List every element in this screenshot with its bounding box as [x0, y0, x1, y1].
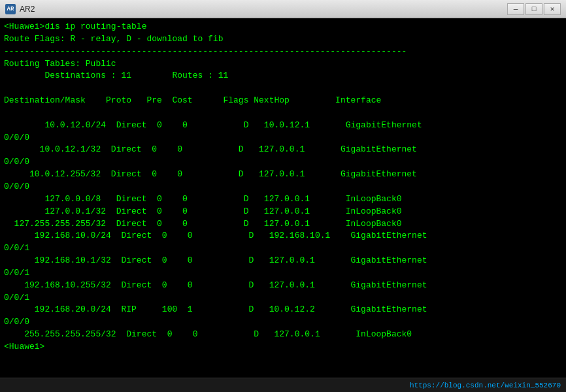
- minimize-button[interactable]: —: [507, 3, 524, 15]
- status-url: https://blog.csdn.net/weixin_552670: [410, 382, 561, 389]
- terminal-output: <Huawei>dis ip routing-table Route Flags…: [4, 21, 562, 353]
- status-bar: https://blog.csdn.net/weixin_552670: [0, 378, 566, 392]
- window-title: AR2: [20, 5, 507, 14]
- title-bar: AR AR2 — □ ✕: [0, 0, 566, 18]
- window-controls: — □ ✕: [507, 3, 561, 15]
- icon-text: AR: [7, 6, 14, 12]
- terminal-window[interactable]: <Huawei>dis ip routing-table Route Flags…: [0, 18, 566, 378]
- close-button[interactable]: ✕: [544, 3, 561, 15]
- maximize-button[interactable]: □: [525, 3, 542, 15]
- app-icon: AR: [5, 4, 16, 14]
